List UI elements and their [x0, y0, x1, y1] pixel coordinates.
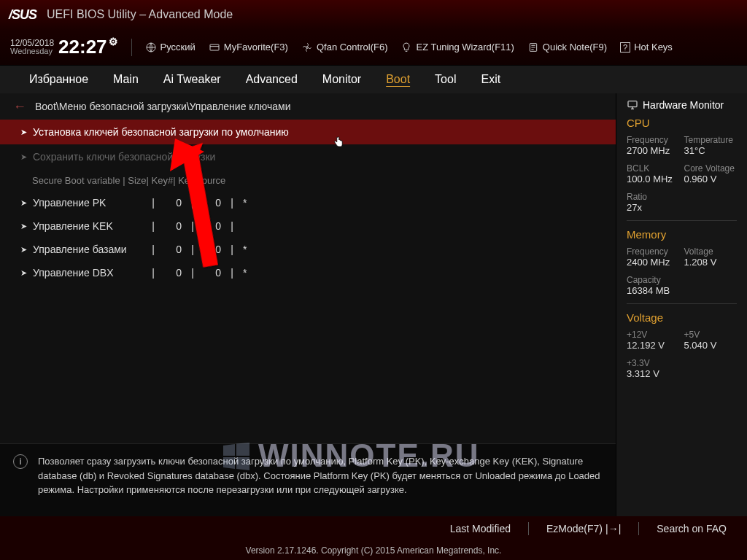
tab-monitor[interactable]: Monitor	[322, 73, 361, 86]
chevron-right-icon: ➤	[20, 152, 27, 162]
hw-monitor-pane: Hardware Monitor CPU Frequency2700 MHzTe…	[616, 93, 747, 516]
variable-header: Secure Boot variable | Size| Key#| Key s…	[0, 169, 616, 191]
menu-save-keys: ➤Сохранить ключи безопасной загрузки	[0, 144, 616, 169]
hw-title: Hardware Monitor	[627, 99, 737, 111]
tab-exit[interactable]: Exit	[481, 73, 500, 86]
version-text: Version 2.17.1246. Copyright (C) 2015 Am…	[0, 541, 747, 560]
toolbar: 12/05/2018 Wednesday 22:27⚙ Русский MyFa…	[0, 29, 747, 66]
note-icon	[527, 42, 539, 53]
eztuning-button[interactable]: EZ Tuning Wizard(F11)	[400, 42, 514, 53]
switch-icon: |→|	[605, 523, 621, 534]
chevron-right-icon: ➤	[20, 198, 27, 208]
brand-logo: /SUS	[9, 7, 36, 23]
chevron-right-icon: ➤	[20, 268, 27, 278]
hotkeys-button[interactable]: ? Hot Keys	[620, 42, 673, 52]
bulb-icon	[400, 42, 412, 53]
myfavorite-button[interactable]: MyFavorite(F3)	[209, 42, 288, 53]
svg-rect-4	[628, 101, 637, 107]
footer: Last Modified EzMode(F7)|→| Search on FA…	[0, 516, 747, 560]
row-dbx[interactable]: ➤Управление DBX|0|0|*	[0, 261, 616, 284]
tab-favorites[interactable]: Избранное	[29, 73, 88, 86]
time: 22:27⚙	[58, 36, 118, 58]
row-pk[interactable]: ➤Управление PK|0|0|*	[0, 191, 616, 214]
language-button[interactable]: Русский	[145, 42, 196, 53]
voltage-section: Voltage	[627, 311, 737, 324]
title-bar: /SUS UEFI BIOS Utility – Advanced Mode	[0, 0, 747, 29]
chevron-right-icon: ➤	[20, 245, 27, 254]
cpu-section: CPU	[627, 117, 737, 129]
row-kek[interactable]: ➤Управление KEK|0|0|	[0, 214, 616, 238]
last-modified-button[interactable]: Last Modified	[450, 523, 511, 534]
svg-point-2	[306, 46, 309, 48]
card-icon	[209, 42, 220, 53]
search-faq-button[interactable]: Search on FAQ	[657, 523, 727, 534]
question-icon: ?	[620, 42, 630, 52]
help-box: i Позволяет сразу загрузить ключи безопа…	[0, 443, 616, 516]
tab-bar: Избранное Main Ai Tweaker Advanced Monit…	[0, 66, 747, 93]
tab-main[interactable]: Main	[113, 73, 139, 86]
back-arrow-icon[interactable]: ←	[13, 99, 26, 114]
menu-install-default-keys[interactable]: ➤Установка ключей безопасной загрузки по…	[0, 120, 616, 144]
info-icon: i	[13, 454, 28, 469]
row-db[interactable]: ➤Управление базами|0|0|*	[0, 238, 616, 261]
main-pane: ← Boot\Меню безопасной загрузки\Управлен…	[0, 93, 616, 516]
tab-boot[interactable]: Boot	[386, 73, 410, 86]
ezmode-button[interactable]: EzMode(F7)|→|	[546, 523, 621, 534]
gear-icon[interactable]: ⚙	[109, 36, 118, 47]
memory-section: Memory	[627, 228, 737, 241]
globe-icon	[145, 42, 157, 53]
svg-rect-1	[210, 44, 219, 50]
tab-tool[interactable]: Tool	[435, 73, 456, 86]
chevron-right-icon: ➤	[20, 128, 27, 137]
qfan-button[interactable]: Qfan Control(F6)	[301, 42, 388, 53]
chevron-right-icon: ➤	[20, 222, 27, 231]
fan-icon	[301, 42, 313, 53]
tab-advanced[interactable]: Advanced	[246, 73, 298, 86]
monitor-icon	[627, 99, 638, 111]
util-title: UEFI BIOS Utility – Advanced Mode	[47, 8, 233, 21]
quicknote-button[interactable]: Quick Note(F9)	[527, 42, 607, 53]
tab-aitweaker[interactable]: Ai Tweaker	[163, 73, 221, 86]
breadcrumb: Boot\Меню безопасной загрузки\Управление…	[35, 101, 290, 112]
day: Wednesday	[10, 47, 54, 55]
